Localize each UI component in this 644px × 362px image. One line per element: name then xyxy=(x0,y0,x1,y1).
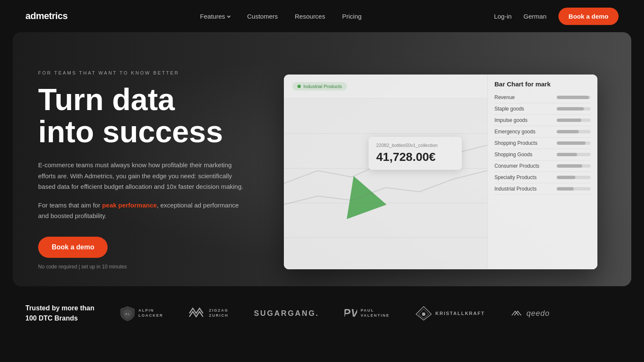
logo-alpin-loacker: AL ALPINLOACKER xyxy=(120,306,164,321)
dashboard-card: Industrial Products ⤴ ⋮ xyxy=(284,75,597,269)
hero-content: FOR TEAMS THAT WANT TO KNOW BETTER Turn … xyxy=(13,32,275,286)
legend-items: Revenue Staple goods Impulse goods Emerg… xyxy=(494,92,591,195)
legend-item: Consumer Products xyxy=(494,160,591,172)
logo-kristallkraft: KRISTALLKRAFT xyxy=(415,306,485,321)
svg-text:PV: PV xyxy=(344,307,357,319)
chip-dot-icon xyxy=(297,85,301,88)
language-switcher[interactable]: German xyxy=(524,13,547,20)
legend-item: Shopping Products xyxy=(494,138,591,149)
nav-right: Log-in German Book a demo xyxy=(494,8,619,25)
logos-row: AL ALPINLOACKER ZIGZAGZURICH SUGARGANG. … xyxy=(120,305,550,322)
tooltip-label: 22082_bottles50v1_collection xyxy=(376,143,454,148)
legend-item: Industrial Products xyxy=(494,183,591,195)
chart-tooltip: 22082_bottles50v1_collection 41,728.00€ xyxy=(369,137,462,170)
hero-description-2: For teams that aim for peak performance,… xyxy=(38,200,250,221)
brand-logo[interactable]: admetrics xyxy=(25,11,67,22)
login-link[interactable]: Log-in xyxy=(494,13,512,20)
pv-icon: PV xyxy=(344,306,357,321)
nav-customers[interactable]: Customers xyxy=(247,13,278,20)
legend-title: Bar Chart for mark xyxy=(494,80,591,88)
dashboard-body: 22082_bottles50v1_collection 41,728.00€ … xyxy=(284,99,597,269)
hero-description: E-commerce teams must always know how pr… xyxy=(38,160,250,192)
kristall-icon xyxy=(415,306,432,321)
legend-panel: Bar Chart for mark Revenue Staple goods … xyxy=(487,75,597,269)
book-demo-hero-button[interactable]: Book a demo xyxy=(38,237,108,258)
legend-item: Specialty Products xyxy=(494,172,591,183)
svg-text:AL: AL xyxy=(125,312,130,316)
logo-qeedo: qeedo xyxy=(510,307,550,320)
svg-point-2 xyxy=(422,312,425,316)
hero-note: No code required | set up in 10 minutes xyxy=(38,264,250,270)
hero-section: FOR TEAMS THAT WANT TO KNOW BETTER Turn … xyxy=(13,32,631,286)
trusted-section: Trusted by more than 100 DTC Brands AL A… xyxy=(0,286,644,340)
nav-resources[interactable]: Resources xyxy=(295,13,325,20)
legend-item: Staple goods xyxy=(494,103,591,115)
legend-item: Shopping Goods xyxy=(494,149,591,160)
navbar: admetrics Features Customers Resources P… xyxy=(0,0,644,32)
nav-pricing[interactable]: Pricing xyxy=(342,13,361,20)
alpin-shield-icon: AL xyxy=(120,306,135,321)
legend-item: Emergency goods xyxy=(494,126,591,138)
logo-sugargang: SUGARGANG. xyxy=(254,309,319,318)
hero-title: Turn data into success xyxy=(38,84,250,148)
trusted-label: Trusted by more than 100 DTC Brands xyxy=(25,303,94,323)
nav-features[interactable]: Features xyxy=(200,13,230,20)
nav-center: Features Customers Resources Pricing xyxy=(200,13,361,20)
qeedo-icon xyxy=(510,307,523,320)
hero-visual: Industrial Products ⤴ ⋮ xyxy=(250,58,631,286)
category-chip: Industrial Products xyxy=(292,82,347,91)
logo-zigzag-zurich: ZIGZAGZURICH xyxy=(189,305,228,322)
zigzag-icon xyxy=(189,305,205,322)
tooltip-value: 41,728.00€ xyxy=(376,150,454,164)
legend-item: Impulse goods xyxy=(494,115,591,126)
hero-eyebrow: FOR TEAMS THAT WANT TO KNOW BETTER xyxy=(38,70,250,75)
legend-item: Revenue xyxy=(494,92,591,103)
logo-paul-valentine: PV PAULVALENTINE xyxy=(344,306,389,321)
chevron-down-icon xyxy=(227,14,230,18)
book-demo-nav-button[interactable]: Book a demo xyxy=(558,8,619,25)
